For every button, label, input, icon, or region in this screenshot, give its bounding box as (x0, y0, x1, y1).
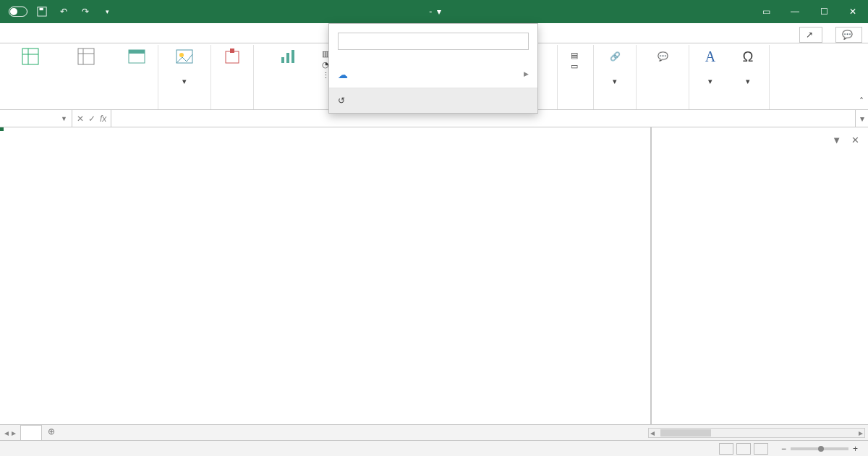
text-button[interactable]: A▾ (694, 46, 727, 85)
location-item[interactable]: ☁ ▶ (329, 64, 537, 88)
new-sheet-icon[interactable]: ⊕ (42, 425, 61, 440)
table-button[interactable] (120, 46, 153, 68)
slicer-button[interactable]: ▤ (571, 51, 581, 60)
minimize-icon[interactable]: — (786, 7, 804, 17)
fx-icon[interactable]: fx (100, 114, 106, 124)
timeline-button[interactable]: ▭ (571, 62, 581, 71)
autosave-toggle[interactable] (6, 7, 27, 17)
svg-rect-1 (40, 8, 43, 11)
sheet-tabs: ◂ ▸ ⊕ ◂ ▸ (0, 424, 868, 440)
link-button[interactable]: 🔗▾ (598, 46, 631, 85)
qat-dropdown-icon[interactable]: ▾ (100, 4, 114, 19)
addins-button[interactable] (216, 46, 249, 68)
maximize-icon[interactable]: ☐ (814, 7, 833, 17)
prev-sheet-icon[interactable]: ◂ (4, 428, 9, 438)
page-layout-view-icon[interactable] (736, 443, 751, 455)
cancel-formula-icon[interactable]: ✕ (77, 114, 84, 124)
spreadsheet-grid[interactable] (0, 127, 651, 424)
horizontal-scrollbar[interactable]: ◂ ▸ (648, 428, 865, 438)
expand-formula-bar-icon[interactable]: ▾ (855, 110, 868, 127)
pane-menu-icon[interactable]: ▼ (832, 135, 841, 146)
svg-rect-14 (281, 57, 284, 63)
save-icon[interactable] (35, 4, 49, 19)
close-icon[interactable]: ✕ (843, 7, 862, 17)
sheet-tab[interactable] (20, 425, 42, 440)
titlebar: ↶ ↷ ▾ - ▾ ▭ — ☐ ✕ (0, 0, 868, 23)
location-label (329, 56, 537, 64)
recommended-pivottables-button[interactable] (56, 46, 116, 68)
redo-icon[interactable]: ↷ (78, 4, 93, 19)
page-break-view-icon[interactable] (754, 443, 768, 455)
version-history-item[interactable]: ↺ (329, 88, 537, 113)
svg-rect-12 (226, 51, 239, 63)
accept-formula-icon[interactable]: ✓ (88, 114, 95, 124)
pane-close-icon[interactable]: ✕ (851, 135, 859, 146)
normal-view-icon[interactable] (719, 443, 733, 455)
ribbon-options-icon[interactable]: ▭ (757, 7, 775, 17)
symbols-button[interactable]: Ω▾ (731, 46, 765, 85)
illustrations-button[interactable]: ▾ (163, 46, 206, 85)
svg-rect-13 (230, 49, 234, 53)
status-bar: −+ (0, 440, 868, 456)
next-sheet-icon[interactable]: ▸ (12, 428, 16, 438)
svg-point-11 (179, 53, 184, 57)
collapse-ribbon-icon[interactable]: ˄ (859, 96, 864, 106)
history-icon: ↺ (338, 96, 345, 106)
document-title[interactable]: - ▾ (427, 7, 441, 17)
svg-rect-2 (22, 49, 38, 64)
filename-dropdown: ☁ ▶ ↺ (328, 23, 538, 114)
svg-rect-9 (129, 50, 145, 54)
onedrive-icon: ☁ (338, 69, 348, 80)
share-button[interactable]: ↗ (799, 27, 822, 43)
svg-rect-5 (78, 49, 94, 64)
version-history-pane: ▼ ✕ (651, 127, 868, 424)
comment-button[interactable]: 💬 (641, 46, 684, 68)
name-box[interactable]: ▼ (0, 110, 72, 127)
zoom-control[interactable]: −+ (781, 444, 862, 454)
comments-button[interactable]: 💬 (835, 27, 862, 43)
pivottable-button[interactable] (9, 46, 52, 68)
chevron-right-icon: ▶ (524, 70, 529, 77)
filename-label (329, 24, 537, 33)
recommended-charts-button[interactable] (258, 46, 318, 68)
undo-icon[interactable]: ↶ (56, 4, 71, 19)
filename-input[interactable] (339, 36, 519, 46)
filename-field[interactable] (338, 33, 529, 50)
svg-rect-16 (292, 50, 294, 63)
svg-rect-15 (286, 53, 289, 63)
